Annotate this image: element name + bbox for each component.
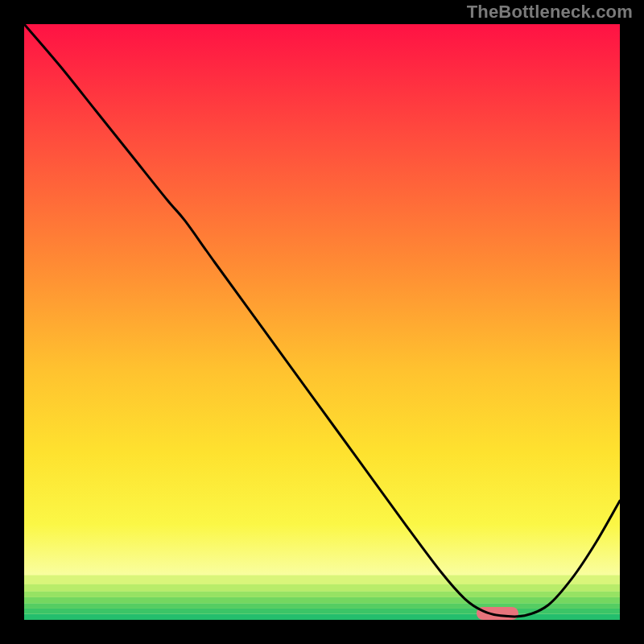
chart-frame: TheBottleneck.com	[0, 0, 644, 644]
bottleneck-curve	[24, 24, 620, 620]
plot-area	[24, 24, 620, 620]
watermark-text: TheBottleneck.com	[467, 2, 633, 23]
